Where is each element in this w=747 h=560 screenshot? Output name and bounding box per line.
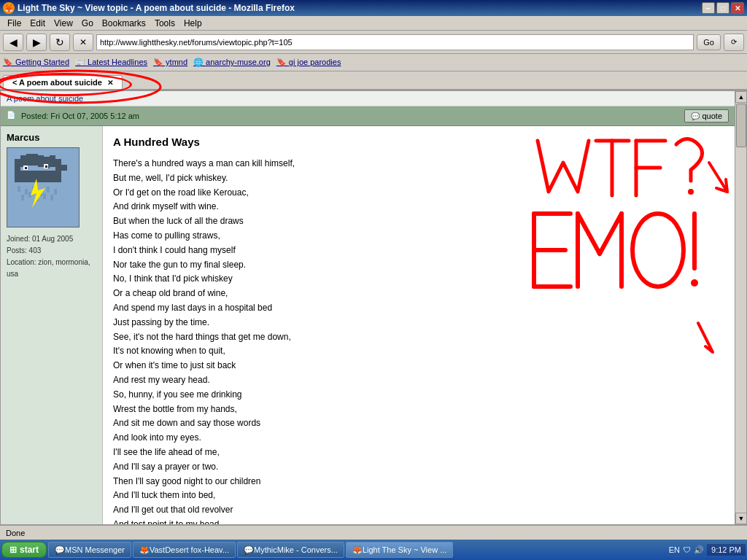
svg-rect-24	[15, 176, 61, 182]
svg-rect-26	[25, 189, 28, 195]
user-column: Marcus	[1, 126, 103, 524]
svg-rect-25	[18, 186, 20, 192]
taskbar-item-msn[interactable]: 💬 MSN Messenger	[48, 542, 131, 558]
minimize-button[interactable]: −	[702, 2, 715, 14]
svg-rect-31	[21, 195, 24, 201]
svg-rect-6	[38, 155, 44, 161]
username: Marcus	[7, 132, 96, 143]
svg-rect-3	[20, 155, 26, 161]
svg-rect-35	[50, 195, 53, 201]
poem-title: A Hundred Ways	[113, 133, 724, 151]
location: Location: zion, mormonia, usa	[7, 257, 96, 280]
maximize-button[interactable]: □	[716, 2, 729, 14]
firefox-taskbar-icon: 🦊	[352, 545, 363, 555]
status-text: Done	[6, 529, 25, 537]
taskbar: ⊞ start 💬 MSN Messenger 🦊 VastDesert fox…	[0, 540, 747, 560]
browser-content: A poem about suicide 📄 Posted: Fri Oct 0…	[0, 90, 747, 525]
svg-rect-18	[61, 165, 67, 171]
status-bar: Done	[0, 525, 747, 540]
post-header: 📄 Posted: Fri Oct 07, 2005 5:12 am 💬 quo…	[1, 106, 735, 126]
svg-rect-34	[43, 193, 46, 199]
menu-tools[interactable]: Tools	[150, 17, 179, 30]
stop-button[interactable]: ✕	[73, 34, 93, 51]
svg-rect-14	[38, 161, 44, 167]
avatar	[7, 147, 80, 228]
taskbar-item-vastdesert[interactable]: 🦊 VastDesert fox-Heav...	[133, 542, 236, 558]
svg-rect-2	[15, 159, 20, 165]
post-content: A Hundred Ways There's a hundred ways a …	[103, 126, 735, 524]
user-info: Joined: 01 Aug 2005 Posts: 403 Location:…	[7, 233, 96, 280]
menu-go[interactable]: Go	[77, 17, 98, 30]
menu-view[interactable]: View	[50, 17, 77, 30]
menu-edit[interactable]: Edit	[26, 17, 50, 30]
bookmark-anarchy[interactable]: 🌐 anarchy-muse.org	[193, 58, 271, 67]
taskbar-item-lightthesky[interactable]: 🦊 Light The Sky ~ View ...	[346, 542, 453, 558]
reload-button[interactable]: ↻	[50, 34, 70, 51]
title-bar: 🦊 Light The Sky ~ View topic - A poem ab…	[0, 0, 747, 16]
menu-file[interactable]: File	[3, 17, 26, 30]
tab-poem[interactable]: < A poem about suicide ✕	[3, 75, 123, 89]
address-bar[interactable]	[96, 34, 694, 50]
poem-text: There's a hundred ways a man can kill hi…	[113, 157, 724, 524]
go-button[interactable]: Go	[697, 34, 721, 50]
toolbar: ◀ ▶ ↻ ✕ Go ⟳	[0, 31, 747, 54]
start-button[interactable]: ⊞ start	[1, 542, 47, 558]
svg-rect-20	[25, 167, 27, 169]
scroll-up-button[interactable]: ▲	[735, 91, 747, 103]
svg-rect-16	[50, 161, 55, 167]
tab-close-icon[interactable]: ✕	[107, 79, 113, 87]
scrollbar[interactable]: ▲ ▼	[735, 91, 746, 524]
svg-rect-8	[50, 155, 55, 161]
windows-icon: ⊞	[9, 545, 17, 555]
forum-wrapper[interactable]: A poem about suicide 📄 Posted: Fri Oct 0…	[1, 91, 735, 524]
menu-bookmarks[interactable]: Bookmarks	[98, 17, 150, 30]
svg-rect-13	[32, 160, 38, 166]
svg-rect-12	[26, 160, 32, 166]
menu-bar: File Edit View Go Bookmarks Tools Help	[0, 16, 747, 31]
system-tray-icons: 🔊	[694, 545, 704, 555]
bookmark-gi-joe[interactable]: 🔖 gi joe parodies	[276, 58, 341, 67]
quote-button[interactable]: 💬 quote	[684, 109, 729, 122]
tab-bar: < A poem about suicide ✕	[0, 71, 747, 90]
breadcrumb-link[interactable]: A poem about suicide	[7, 94, 83, 103]
norton-icon: 🛡	[683, 545, 691, 554]
taskbar-item-mythicmike[interactable]: 💬 MythicMike - Convers...	[237, 542, 344, 558]
forward-button[interactable]: ▶	[26, 34, 47, 51]
scroll-thumb[interactable]	[736, 104, 746, 147]
bookmark-ytmnd[interactable]: 🔖 ytmnd	[153, 58, 187, 67]
menu-help[interactable]: Help	[179, 17, 206, 30]
svg-rect-29	[47, 187, 50, 192]
svg-rect-30	[54, 189, 57, 195]
svg-rect-17	[55, 165, 61, 171]
svg-rect-22	[45, 166, 47, 168]
fox-icon: 🦊	[139, 545, 150, 555]
firefox-icon: 🦊	[3, 2, 15, 14]
tab-label: < A poem about suicide	[12, 78, 102, 87]
svg-rect-9	[55, 159, 61, 165]
svg-rect-4	[26, 154, 32, 160]
bookmark-headlines[interactable]: 📰 Latest Headlines	[75, 58, 147, 67]
close-button[interactable]: ✕	[731, 2, 744, 14]
join-date: Joined: 01 Aug 2005	[7, 233, 96, 245]
back-button[interactable]: ◀	[3, 34, 23, 51]
svg-rect-10	[15, 165, 20, 171]
clock: 9:12 PM	[707, 544, 746, 556]
window-title: Light The Sky ~ View topic - A poem abou…	[18, 3, 295, 13]
start-label: start	[20, 545, 39, 555]
forum-nav: A poem about suicide	[1, 91, 735, 106]
svg-rect-7	[44, 157, 50, 163]
svg-line-45	[726, 179, 727, 192]
scroll-down-button[interactable]: ▼	[735, 513, 747, 524]
quote-icon: 💬	[691, 112, 700, 120]
post-date: Posted: Fri Oct 07, 2005 5:12 am	[21, 112, 139, 120]
svg-rect-23	[15, 171, 61, 176]
refresh-icon[interactable]: ⟳	[724, 34, 744, 51]
svg-rect-5	[32, 154, 38, 160]
bookmark-getting-started[interactable]: 🔖 Getting Started	[3, 58, 69, 67]
chat-icon: 💬	[244, 545, 254, 555]
bookmarks-bar: 🔖 Getting Started 📰 Latest Headlines 🔖 y…	[0, 54, 747, 71]
post-icon: 📄	[7, 111, 17, 121]
msn-icon: 💬	[55, 545, 65, 555]
post-count: Posts: 403	[7, 245, 96, 257]
post-body: Marcus	[1, 126, 735, 524]
